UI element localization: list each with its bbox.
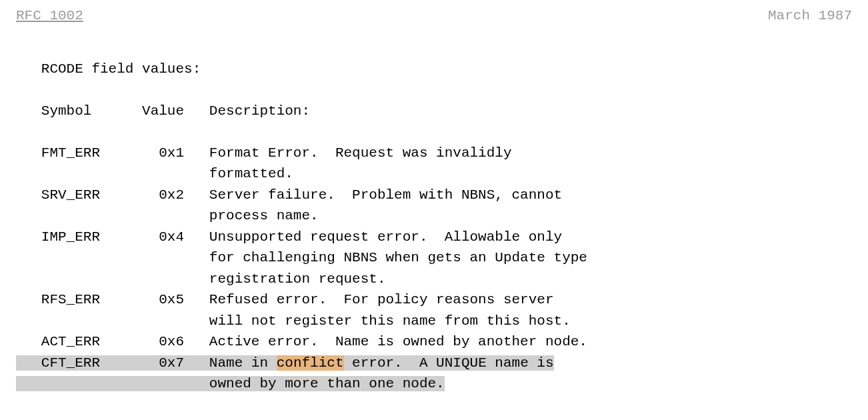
table-header: Symbol Value Description:: [16, 103, 310, 119]
document-body: RCODE field values: Symbol Value Descrip…: [16, 59, 852, 395]
rcode-title: RCODE field values:: [16, 61, 201, 77]
row-fmt-err: FMT_ERR 0x1 Format Error. Request was in…: [16, 145, 512, 161]
row-imp-err: IMP_ERR 0x4 Unsupported request error. A…: [16, 229, 562, 245]
document-page: RFC 1002 March 1987 RCODE field values: …: [0, 0, 868, 411]
row-srv-err: SRV_ERR 0x2 Server failure. Problem with…: [16, 187, 562, 203]
row-fmt-err-cont: formatted.: [16, 166, 293, 181]
row-cft-err-highlighted: CFT_ERR 0x7 Name in conflict error. A UN…: [16, 355, 554, 371]
row-rfs-err: RFS_ERR 0x5 Refused error. For policy re…: [16, 292, 554, 307]
row-act-err: ACT_ERR 0x6 Active error. Name is owned …: [16, 334, 587, 349]
document-header: RFC 1002 March 1987: [16, 5, 852, 27]
row-rfs-err-cont: will not register this name from this ho…: [16, 313, 571, 329]
row-srv-err-cont: process name.: [16, 208, 319, 223]
row-cft-err-cont-highlighted: owned by more than one node.: [16, 376, 445, 391]
row-imp-err-cont2: registration request.: [16, 271, 386, 287]
cft-err-pre: CFT_ERR 0x7 Name in: [16, 355, 277, 371]
cft-err-post: error. A UNIQUE name is: [344, 355, 554, 371]
row-imp-err-cont: for challenging NBNS when gets an Update…: [16, 250, 587, 265]
rfc-date: March 1987: [768, 5, 852, 27]
search-highlight-word: conflict: [277, 355, 344, 371]
rfc-link[interactable]: RFC 1002: [16, 5, 83, 27]
